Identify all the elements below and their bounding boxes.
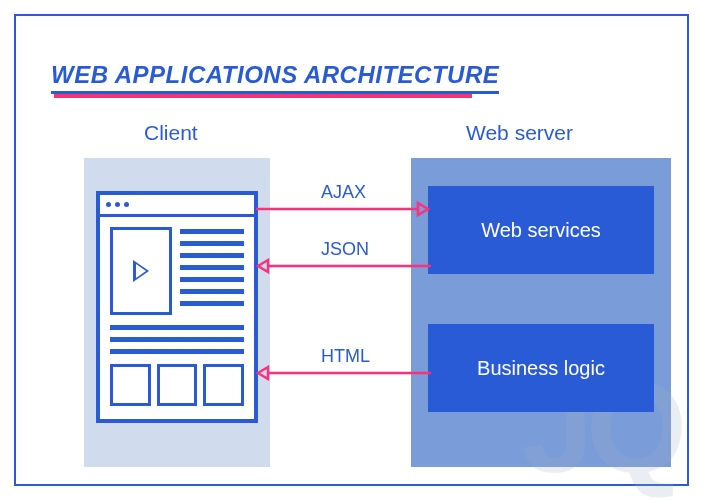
html-label: HTML [321,346,370,367]
ajax-label: AJAX [321,182,366,203]
arrow-json [256,258,431,274]
diagram-title: WEB APPLICATIONS ARCHITECTURE [51,61,499,94]
browser-titlebar [100,195,254,217]
window-dot-icon [124,202,129,207]
arrow-ajax [256,201,431,217]
text-lines-icon [180,227,244,315]
text-lines-icon [110,325,244,354]
browser-window-icon [96,191,258,423]
diagram-frame: WEB APPLICATIONS ARCHITECTURE Client Web… [14,14,689,486]
window-dot-icon [115,202,120,207]
web-services-box: Web services [428,186,654,274]
browser-content-row [110,227,244,315]
browser-body [100,217,254,416]
json-label: JSON [321,239,369,260]
arrow-html [256,365,431,381]
client-label: Client [144,121,198,145]
browser-cards-row [110,364,244,406]
card-placeholder [157,364,198,406]
video-placeholder [110,227,172,315]
window-dot-icon [106,202,111,207]
business-logic-box: Business logic [428,324,654,412]
play-icon [133,260,149,282]
card-placeholder [203,364,244,406]
server-label: Web server [466,121,573,145]
card-placeholder [110,364,151,406]
